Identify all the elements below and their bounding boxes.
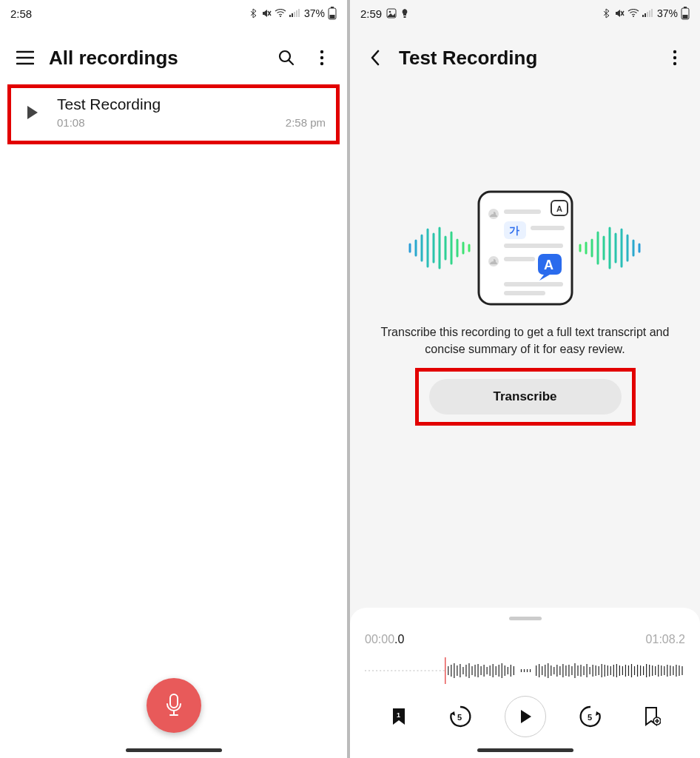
- transcribe-description: Transcribe this recording to get a full …: [370, 324, 681, 358]
- play-icon: [26, 104, 39, 121]
- svg-rect-61: [504, 257, 535, 261]
- svg-rect-18: [642, 15, 644, 17]
- status-time: 2:58: [10, 7, 32, 20]
- forward-5-icon: 5: [578, 704, 603, 729]
- svg-text:가: 가: [509, 224, 519, 236]
- home-indicator[interactable]: [126, 748, 222, 752]
- screen-recordings-list: 2:58 37% All recordings Test Rec: [0, 0, 350, 758]
- transcribe-promo: A 가 A Tra: [350, 84, 700, 608]
- play-pause-button[interactable]: [505, 696, 546, 737]
- svg-rect-21: [649, 10, 650, 17]
- home-indicator[interactable]: [477, 748, 573, 752]
- bookmark-add-icon: [643, 706, 661, 727]
- recording-item[interactable]: Test Recording 01:08 2:58 pm: [16, 95, 332, 129]
- svg-point-17: [633, 16, 634, 17]
- bookmark-icon: 1: [391, 707, 407, 726]
- status-battery: 37%: [304, 7, 325, 19]
- back-button[interactable]: [363, 46, 387, 70]
- status-bar: 2:59 37%: [350, 0, 700, 27]
- status-icons: 37%: [602, 7, 690, 20]
- svg-text:5: 5: [457, 713, 462, 722]
- rewind-5-icon: 5: [448, 704, 473, 729]
- drag-handle[interactable]: [509, 617, 542, 620]
- svg-rect-8: [330, 15, 335, 19]
- hamburger-icon: [16, 50, 34, 65]
- svg-rect-25: [683, 15, 688, 19]
- svg-point-12: [320, 62, 323, 65]
- forward-5-button[interactable]: 5: [573, 700, 608, 734]
- chevron-left-icon: [369, 49, 381, 67]
- status-time: 2:59: [360, 7, 382, 20]
- search-button[interactable]: [275, 46, 298, 70]
- svg-text:A: A: [544, 258, 553, 272]
- svg-point-27: [673, 56, 676, 59]
- search-icon: [277, 49, 295, 67]
- status-icons: 37%: [249, 7, 337, 20]
- more-vert-icon: [320, 50, 324, 66]
- detail-header: Test Recording: [350, 27, 700, 84]
- status-bar: 2:58 37%: [0, 0, 347, 27]
- svg-point-11: [320, 56, 323, 59]
- svg-point-15: [389, 11, 391, 13]
- svg-rect-16: [404, 16, 406, 18]
- play-icon: [518, 708, 533, 725]
- transcribe-highlight: Transcribe: [415, 368, 636, 426]
- svg-point-0: [280, 16, 281, 17]
- transcribe-button[interactable]: Transcribe: [429, 379, 622, 415]
- waveform-scrubber[interactable]: [365, 656, 685, 685]
- recording-highlight: Test Recording 01:08 2:58 pm: [7, 84, 340, 144]
- svg-rect-7: [331, 7, 334, 8]
- recording-meta: Test Recording 01:08 2:58 pm: [57, 95, 326, 129]
- more-vert-icon: [673, 50, 677, 66]
- svg-rect-1: [289, 15, 291, 17]
- recording-duration: 01:08: [57, 116, 85, 129]
- svg-text:A: A: [556, 204, 562, 213]
- battery-icon: [681, 7, 690, 20]
- list-header: All recordings: [0, 27, 347, 84]
- bluetooth-icon: [249, 8, 258, 19]
- wifi-icon: [275, 9, 286, 18]
- add-bookmark-button[interactable]: [635, 700, 669, 734]
- mic-icon: [163, 693, 185, 718]
- svg-rect-59: [504, 244, 563, 248]
- battery-icon: [328, 7, 337, 20]
- bookmark-button[interactable]: 1: [382, 700, 416, 734]
- svg-rect-19: [645, 13, 646, 17]
- svg-rect-4: [296, 10, 297, 17]
- svg-rect-64: [504, 282, 563, 286]
- page-title: All recordings: [49, 47, 263, 70]
- menu-button[interactable]: [13, 46, 37, 70]
- record-button[interactable]: [147, 678, 201, 733]
- svg-rect-58: [531, 226, 565, 230]
- total-time: 01:08.2: [646, 634, 685, 645]
- svg-rect-2: [292, 13, 293, 17]
- bulb-notif-icon: [401, 8, 408, 19]
- transcribe-label: Transcribe: [494, 389, 557, 404]
- current-time: 00:00.0: [365, 634, 404, 645]
- svg-rect-5: [298, 9, 300, 17]
- svg-rect-55: [504, 209, 541, 214]
- rewind-5-button[interactable]: 5: [443, 700, 477, 734]
- svg-point-28: [673, 62, 676, 65]
- signal-icon: [289, 9, 300, 18]
- bluetooth-icon: [602, 8, 611, 19]
- mute-icon: [614, 8, 625, 19]
- status-battery: 37%: [657, 7, 678, 19]
- wifi-icon: [627, 9, 639, 18]
- overflow-button[interactable]: [310, 46, 334, 70]
- recording-timestamp: 2:58 pm: [286, 116, 326, 129]
- player-panel: 00:00.0 01:08.2 1 5: [350, 608, 700, 758]
- svg-point-10: [320, 50, 323, 53]
- svg-rect-22: [651, 9, 653, 17]
- play-button[interactable]: [21, 104, 44, 121]
- svg-rect-65: [504, 291, 545, 295]
- svg-rect-24: [684, 7, 687, 8]
- recording-title: Test Recording: [57, 95, 326, 113]
- overflow-button[interactable]: [663, 46, 687, 70]
- svg-rect-13: [170, 694, 178, 708]
- mute-icon: [261, 8, 272, 19]
- svg-rect-20: [647, 12, 648, 17]
- svg-rect-3: [294, 12, 295, 17]
- detail-title: Test Recording: [399, 47, 651, 70]
- screen-recording-detail: 2:59 37% Test Recording: [350, 0, 700, 758]
